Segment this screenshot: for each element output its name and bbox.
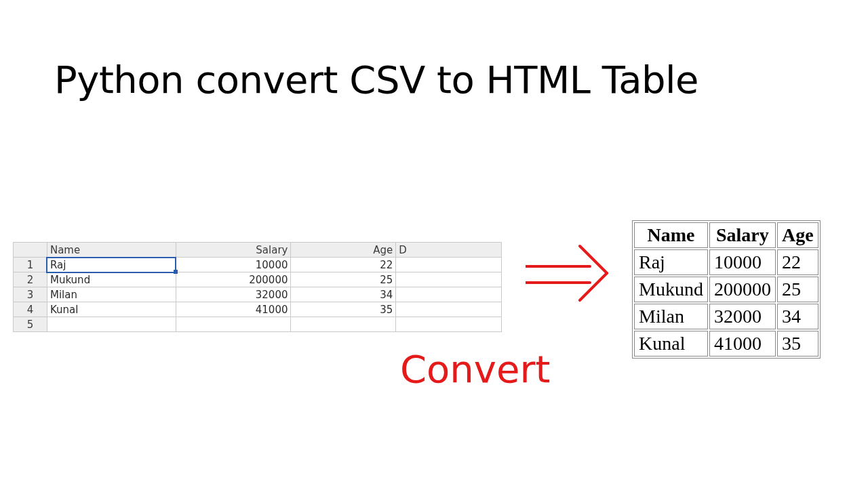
- html-table-header-age: Age: [777, 222, 818, 248]
- html-table-cell: Mukund: [634, 277, 708, 302]
- spreadsheet-cell[interactable]: [176, 317, 291, 332]
- html-table-header-salary: Salary: [709, 222, 776, 248]
- spreadsheet-cell[interactable]: 200000: [176, 272, 291, 287]
- spreadsheet-cell[interactable]: 25: [291, 272, 396, 287]
- convert-label: Convert: [400, 347, 550, 391]
- spreadsheet-row: 5: [14, 317, 502, 332]
- html-table-cell: 10000: [709, 249, 776, 275]
- spreadsheet-cell[interactable]: [396, 258, 502, 272]
- spreadsheet-col-header-d[interactable]: D: [396, 243, 502, 258]
- page-title: Python convert CSV to HTML Table: [54, 58, 698, 102]
- spreadsheet-row: 4 Kunal 41000 35: [14, 302, 502, 317]
- spreadsheet-row: 2 Mukund 200000 25: [14, 272, 502, 287]
- spreadsheet-cell[interactable]: 41000: [176, 302, 291, 317]
- html-table-cell: 22: [777, 249, 818, 275]
- html-table-row: Mukund 200000 25: [634, 277, 818, 302]
- html-table-header-name: Name: [634, 222, 708, 248]
- spreadsheet-cell[interactable]: [396, 317, 502, 332]
- spreadsheet-cell[interactable]: Mukund: [47, 272, 176, 287]
- spreadsheet-cell[interactable]: 34: [291, 287, 396, 302]
- spreadsheet-cell[interactable]: [291, 317, 396, 332]
- spreadsheet-cell[interactable]: [396, 272, 502, 287]
- spreadsheet-row: 3 Milan 32000 34: [14, 287, 502, 302]
- spreadsheet-cell[interactable]: 32000: [176, 287, 291, 302]
- spreadsheet-cell[interactable]: Milan: [47, 287, 176, 302]
- spreadsheet-row: 1 Raj 10000 22: [14, 258, 502, 272]
- spreadsheet-col-header-age[interactable]: Age: [291, 243, 396, 258]
- spreadsheet-corner[interactable]: [14, 243, 47, 258]
- spreadsheet-cell[interactable]: 10000: [176, 258, 291, 272]
- html-table-cell: Milan: [634, 304, 708, 329]
- spreadsheet-cell[interactable]: Raj: [47, 258, 176, 272]
- arrow-icon: [526, 241, 614, 302]
- spreadsheet-table: Name Salary Age D 1 Raj 10000 22 2 Mukun…: [13, 242, 502, 332]
- spreadsheet-cell[interactable]: 35: [291, 302, 396, 317]
- spreadsheet-row-header[interactable]: 4: [14, 302, 47, 317]
- html-table-cell: 200000: [709, 277, 776, 302]
- spreadsheet-col-header-name[interactable]: Name: [47, 243, 176, 258]
- html-output-table: Name Salary Age Raj 10000 22 Mukund 2000…: [632, 220, 821, 359]
- spreadsheet-cell[interactable]: [47, 317, 176, 332]
- html-table-cell: 41000: [709, 331, 776, 357]
- spreadsheet-col-header-salary[interactable]: Salary: [176, 243, 291, 258]
- html-table-row: Milan 32000 34: [634, 304, 818, 329]
- html-table-cell: Raj: [634, 249, 708, 275]
- html-table-row: Kunal 41000 35: [634, 331, 818, 357]
- html-table-row: Raj 10000 22: [634, 249, 818, 275]
- spreadsheet-cell[interactable]: Kunal: [47, 302, 176, 317]
- svg-line-3: [580, 273, 607, 300]
- svg-line-2: [580, 246, 607, 273]
- html-table-cell: 32000: [709, 304, 776, 329]
- spreadsheet-row-header[interactable]: 2: [14, 272, 47, 287]
- spreadsheet-cell[interactable]: [396, 287, 502, 302]
- spreadsheet-row-header[interactable]: 1: [14, 258, 47, 272]
- spreadsheet-cell[interactable]: 22: [291, 258, 396, 272]
- spreadsheet-cell[interactable]: [396, 302, 502, 317]
- spreadsheet-row-header[interactable]: 3: [14, 287, 47, 302]
- html-table-cell: 34: [777, 304, 818, 329]
- spreadsheet-row-header[interactable]: 5: [14, 317, 47, 332]
- html-table-cell: 25: [777, 277, 818, 302]
- html-table-cell: Kunal: [634, 331, 708, 357]
- html-table-cell: 35: [777, 331, 818, 357]
